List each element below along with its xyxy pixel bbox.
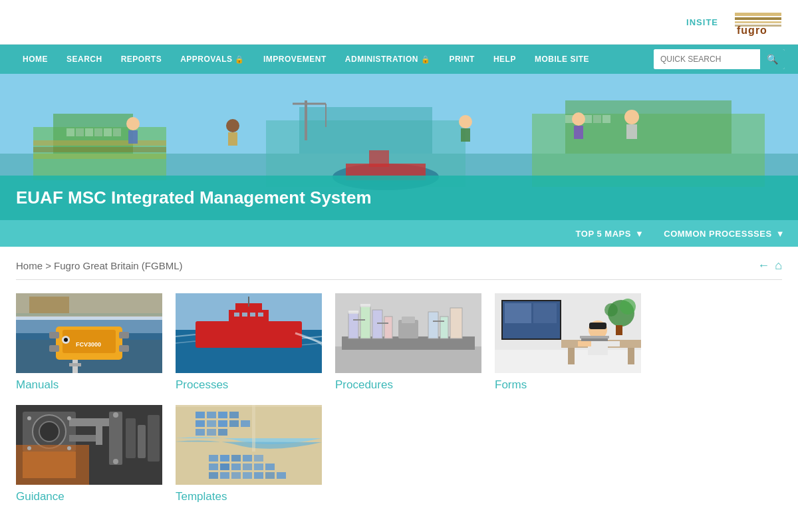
svg-rect-76 (348, 313, 358, 338)
svg-rect-150 (231, 464, 241, 470)
nav-administration[interactable]: ADMINISTRATION 🔒 (336, 55, 440, 64)
svg-rect-153 (265, 464, 275, 470)
svg-point-122 (67, 446, 71, 450)
svg-rect-49 (49, 332, 59, 338)
svg-point-35 (459, 115, 472, 128)
nav-mobile-site[interactable]: MOBILE SITE (525, 55, 598, 64)
svg-rect-126 (148, 415, 160, 462)
svg-rect-77 (360, 307, 370, 338)
nav-search[interactable]: SEARCH (57, 55, 112, 64)
svg-rect-123 (109, 412, 122, 465)
hero-banner: EUAF MSC Integrated Management System (0, 74, 798, 220)
search-button[interactable]: 🔍 (760, 49, 785, 69)
svg-rect-20 (94, 128, 102, 136)
svg-rect-14 (299, 107, 432, 154)
grid-item-procedures[interactable]: Procedures (335, 293, 481, 392)
svg-rect-161 (252, 405, 255, 452)
sub-nav: TOP 5 MAPS ▼ COMMON PROCESSSES ▼ (0, 220, 798, 247)
svg-rect-146 (243, 455, 252, 462)
svg-point-97 (620, 299, 636, 315)
svg-rect-158 (254, 472, 263, 479)
svg-point-120 (67, 416, 71, 420)
nav-approvals[interactable]: APPROVALS 🔒 (171, 55, 254, 64)
svg-rect-89 (360, 304, 370, 307)
svg-rect-52 (119, 345, 129, 352)
grid-item-manuals[interactable]: FCV3000 Manuals (16, 293, 162, 392)
templates-image (176, 405, 322, 485)
svg-rect-21 (104, 128, 112, 136)
grid-item-templates[interactable]: Templates (176, 405, 322, 503)
grid-row-2: Guidance (16, 405, 782, 503)
forms-image (495, 293, 641, 373)
svg-rect-19 (85, 128, 93, 136)
svg-rect-133 (218, 412, 227, 418)
svg-rect-12 (33, 154, 166, 159)
svg-rect-68 (242, 313, 247, 317)
svg-rect-144 (220, 455, 229, 462)
svg-rect-70 (258, 313, 263, 317)
breadcrumb-nav-icons: ← ⌂ (757, 259, 782, 273)
common-processes-label: COMMON PROCESSSES (664, 229, 771, 239)
svg-rect-101 (568, 348, 575, 364)
svg-rect-69 (250, 313, 255, 317)
svg-rect-16 (565, 100, 732, 154)
svg-point-54 (64, 338, 68, 342)
svg-rect-155 (220, 472, 229, 479)
forms-label: Forms (495, 378, 641, 392)
nav-reports[interactable]: REPORTS (112, 55, 172, 64)
search-box: 🔍 (654, 49, 785, 69)
lock-icon-admin: 🔒 (421, 55, 431, 64)
procedures-label: Procedures (335, 378, 481, 392)
svg-rect-139 (241, 420, 250, 427)
svg-point-98 (604, 303, 618, 317)
common-processes-arrow: ▼ (776, 229, 785, 239)
svg-rect-140 (196, 429, 205, 436)
back-arrow-icon[interactable]: ← (757, 259, 769, 273)
svg-rect-38 (574, 126, 583, 139)
nav-improvement[interactable]: IMPROVEMENT (254, 55, 336, 64)
svg-rect-1 (735, 13, 781, 16)
common-processes-button[interactable]: COMMON PROCESSSES ▼ (664, 229, 785, 239)
grid-item-forms[interactable]: Forms (495, 293, 641, 392)
top5maps-label: TOP 5 MAPS (576, 229, 631, 239)
nav-home[interactable]: HOME (13, 55, 57, 64)
guidance-image (16, 405, 162, 485)
svg-rect-94 (505, 303, 531, 323)
svg-rect-138 (229, 420, 239, 427)
insite-link[interactable]: INSITE (686, 17, 718, 27)
svg-point-128 (113, 459, 118, 464)
fugro-logo: fugro (732, 7, 785, 37)
svg-rect-136 (207, 420, 216, 427)
nav-bar: HOME SEARCH REPORTS APPROVALS 🔒 IMPROVEM… (0, 45, 798, 74)
svg-rect-26 (593, 115, 601, 123)
grid-item-guidance[interactable]: Guidance (16, 405, 162, 503)
nav-help[interactable]: HELP (484, 55, 525, 64)
svg-rect-157 (243, 472, 252, 479)
svg-rect-11 (33, 147, 166, 152)
processes-image (176, 293, 322, 373)
svg-rect-99 (616, 325, 622, 335)
hero-overlay: EUAF MSC Integrated Management System (0, 176, 798, 220)
svg-rect-114 (69, 418, 109, 426)
svg-rect-17 (66, 128, 74, 136)
svg-rect-106 (578, 341, 591, 346)
logo-box: fugro (732, 5, 785, 39)
nav-print[interactable]: PRINT (440, 55, 484, 64)
top5maps-button[interactable]: TOP 5 MAPS ▼ (576, 229, 644, 239)
svg-rect-159 (265, 472, 275, 479)
quick-search-input[interactable] (654, 49, 760, 69)
svg-rect-78 (372, 310, 382, 338)
svg-rect-84 (450, 308, 462, 338)
svg-rect-124 (126, 418, 136, 458)
svg-rect-10 (33, 140, 166, 146)
home-icon[interactable]: ⌂ (775, 259, 782, 273)
grid-item-processes[interactable]: Processes (176, 293, 322, 392)
svg-rect-88 (348, 311, 358, 314)
nav-items: HOME SEARCH REPORTS APPROVALS 🔒 IMPROVEM… (13, 55, 654, 64)
svg-rect-83 (440, 317, 448, 338)
svg-rect-82 (428, 312, 438, 338)
svg-rect-145 (231, 455, 241, 462)
breadcrumb: Home > Fugro Great Britain (FGBML) (16, 260, 183, 271)
procedures-image (335, 293, 481, 373)
svg-rect-102 (628, 348, 634, 364)
